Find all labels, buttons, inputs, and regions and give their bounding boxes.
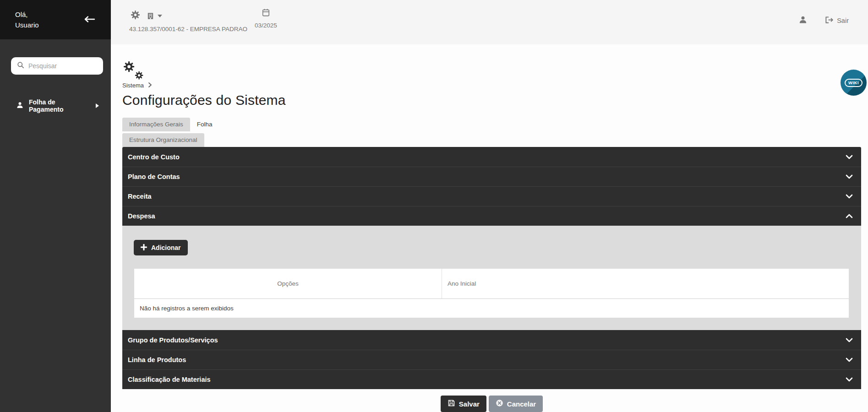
greeting-line1: Olá, (15, 9, 39, 20)
accordion-despesa[interactable]: Despesa (122, 206, 861, 226)
user-icon (798, 15, 808, 26)
period-selector[interactable]: 03/2025 (255, 8, 277, 29)
chevron-right-icon (96, 103, 99, 108)
logout-button[interactable]: Sair (825, 16, 849, 25)
breadcrumb-sistema[interactable]: Sistema (122, 82, 144, 89)
save-label: Salvar (459, 400, 480, 408)
page-title: Configurações do Sistema (122, 92, 861, 108)
sidebar: Olá, Usuario Folha de Pagamento (0, 0, 111, 412)
breadcrumb: Sistema (122, 82, 861, 89)
search-input[interactable] (28, 62, 111, 70)
topbar: 43.128.357/0001-62 - EMPRESA PADRAO 03/2… (111, 0, 868, 44)
column-header-ano-inicial: Ano Inicial (442, 269, 849, 298)
tab-estrutura-organizacional[interactable]: Estrutura Organizacional (122, 133, 204, 147)
sidebar-collapse-button[interactable] (82, 14, 97, 26)
table-header-row: Opções Ano Inicial (134, 269, 849, 298)
chevron-down-icon (846, 336, 853, 344)
search-icon (17, 61, 24, 70)
save-floppy-icon (448, 399, 455, 408)
accordion-receita[interactable]: Receita (122, 186, 861, 206)
sidebar-header: Olá, Usuario (0, 0, 111, 39)
accordion-centro-de-custo[interactable]: Centro de Custo (122, 147, 861, 167)
save-button[interactable]: Salvar (441, 396, 486, 412)
logout-icon (825, 16, 834, 25)
accordion-label: Receita (128, 193, 152, 200)
chevron-down-icon (846, 376, 853, 383)
accordion-label: Plano de Contas (128, 173, 180, 180)
calendar-icon (262, 11, 270, 18)
settings-cogs-icon (122, 61, 861, 83)
plus-icon (141, 244, 147, 252)
accordion-plano-de-contas[interactable]: Plano de Contas (122, 167, 861, 186)
chevron-down-icon (846, 356, 853, 363)
period-value[interactable]: 03/2025 (255, 22, 277, 29)
sidebar-item-folha-de-pagamento[interactable]: Folha de Pagamento (0, 95, 111, 117)
despesa-table: Opções Ano Inicial Não há registros a se… (134, 269, 849, 318)
footer-buttons: Salvar Cancelar (122, 396, 861, 412)
company-selector[interactable]: 43.128.357/0001-62 - EMPRESA PADRAO (129, 10, 247, 33)
wiki-badge[interactable]: WIKI (841, 70, 867, 96)
table-empty-message: Não há registros a serem exibidos (134, 298, 849, 318)
company-building-icon[interactable] (147, 12, 162, 20)
accordion-linha-de-produtos[interactable]: Linha de Produtos (122, 350, 861, 369)
tabs-row-1: Informações Gerais Folha (122, 118, 861, 131)
tab-informacoes-gerais[interactable]: Informações Gerais (122, 118, 190, 131)
accordion-label: Classificação de Materiais (128, 376, 211, 383)
accordion-label: Grupo de Produtos/Serviços (128, 336, 218, 344)
tabs-row-2: Estrutura Organizacional (122, 133, 861, 147)
accordion-label: Despesa (128, 212, 155, 220)
cancel-button[interactable]: Cancelar (489, 396, 543, 412)
chevron-down-icon (846, 173, 853, 180)
wiki-label: WIKI (845, 79, 863, 87)
greeting-line2: Usuario (15, 20, 39, 30)
sidebar-item-label: Folha de Pagamento (29, 98, 91, 113)
cancel-circle-icon (496, 399, 503, 408)
chevron-down-icon (846, 153, 853, 161)
user-greeting: Olá, Usuario (15, 9, 39, 30)
column-header-opcoes: Opções (134, 269, 442, 298)
despesa-panel: Adicionar Opções Ano Inicial Não há regi… (122, 226, 861, 330)
accordion-label: Linha de Produtos (128, 356, 186, 363)
main-content: WIKI Sistema Configurações do Sistema In… (111, 44, 868, 412)
arrow-left-icon (83, 17, 95, 24)
gear-icon[interactable] (131, 10, 140, 22)
cancel-label: Cancelar (507, 400, 536, 408)
search-box (11, 57, 103, 75)
chevron-down-icon (158, 15, 162, 17)
logout-label: Sair (837, 17, 849, 24)
accordion: Centro de Custo Plano de Contas Receita … (122, 147, 861, 389)
company-name[interactable]: 43.128.357/0001-62 - EMPRESA PADRAO (129, 26, 247, 33)
accordion-grupo-de-produtos-servicos[interactable]: Grupo de Produtos/Serviços (122, 330, 861, 350)
user-icon (16, 101, 24, 110)
tab-folha[interactable]: Folha (190, 118, 219, 131)
chevron-down-icon (846, 193, 853, 200)
chevron-up-icon (846, 212, 853, 220)
accordion-classificacao-de-materiais[interactable]: Classificação de Materiais (122, 369, 861, 389)
add-button[interactable]: Adicionar (134, 240, 188, 255)
accordion-label: Centro de Custo (128, 153, 180, 161)
user-menu-button[interactable] (798, 15, 808, 26)
add-button-label: Adicionar (151, 244, 181, 251)
chevron-right-icon (148, 82, 152, 89)
